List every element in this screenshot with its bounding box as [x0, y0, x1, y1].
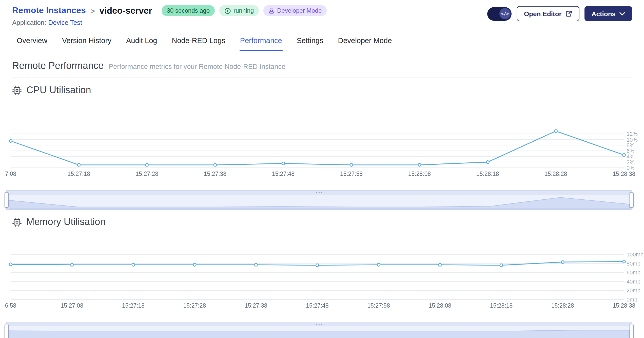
play-circle-icon: [224, 7, 231, 14]
svg-text:12%: 12%: [627, 131, 638, 137]
open-editor-button[interactable]: Open Editor: [517, 6, 579, 21]
svg-text:80mb: 80mb: [627, 260, 640, 267]
svg-text:15:27:38: 15:27:38: [204, 171, 227, 177]
developer-mode-toggle[interactable]: </>: [487, 7, 512, 21]
status-badge-label: running: [233, 7, 254, 14]
svg-text:0%: 0%: [627, 165, 635, 171]
svg-text:0mb: 0mb: [627, 296, 637, 303]
cpu-datazoom-data-shadow: [9, 195, 629, 209]
memory-chip-icon: [12, 217, 22, 227]
svg-text:6%: 6%: [627, 148, 635, 154]
svg-text:15:28:38: 15:28:38: [613, 171, 635, 177]
developer-mode-badge: Developer Mode: [263, 5, 327, 16]
svg-text:15:28:08: 15:28:08: [429, 302, 452, 309]
cpu-datazoom-move-handle[interactable]: [7, 191, 631, 195]
tab-settings[interactable]: Settings: [296, 34, 324, 51]
memory-datazoom-data-shadow: [9, 326, 629, 338]
tab-overview[interactable]: Overview: [16, 34, 48, 51]
actions-button[interactable]: Actions: [584, 6, 632, 21]
flask-icon: [268, 8, 275, 14]
page-title: Remote Performance: [12, 60, 104, 71]
title-divider: [12, 78, 632, 78]
tab-version-history[interactable]: Version History: [62, 34, 112, 51]
memory-datazoom-right-handle[interactable]: [629, 324, 633, 338]
last-updated-badge: 30 seconds ago: [162, 5, 215, 16]
instance-header: Remote Instances > video-server 30 secon…: [0, 0, 644, 26]
header-left: Remote Instances > video-server 30 secon…: [12, 5, 327, 26]
main-content: Remote Performance Performance metrics f…: [0, 51, 644, 338]
svg-text:2%: 2%: [627, 159, 635, 165]
svg-text:6:58: 6:58: [5, 302, 16, 309]
header-actions: </> Open Editor Actions: [487, 5, 632, 21]
svg-text:15:27:38: 15:27:38: [245, 302, 267, 309]
breadcrumb-current-instance: video-server: [100, 5, 152, 16]
svg-text:7:08: 7:08: [5, 171, 16, 177]
code-icon: </>: [499, 8, 511, 19]
svg-text:15:27:58: 15:27:58: [367, 302, 390, 309]
svg-text:15:28:18: 15:28:18: [490, 302, 513, 309]
page-subtitle: Performance metrics for your Remote Node…: [109, 63, 285, 70]
drag-dots-icon: [316, 192, 317, 193]
actions-label: Actions: [592, 10, 616, 17]
svg-text:4%: 4%: [627, 153, 635, 160]
application-link[interactable]: Device Test: [48, 19, 82, 26]
developer-mode-badge-label: Developer Mode: [277, 7, 322, 14]
open-editor-label: Open Editor: [524, 10, 562, 17]
drag-dots-icon: [316, 324, 317, 325]
app-root: Remote Instances > video-server 30 secon…: [0, 0, 644, 338]
tab-developer-mode[interactable]: Developer Mode: [337, 34, 392, 51]
svg-text:15:28:08: 15:28:08: [408, 171, 431, 177]
svg-text:40mb: 40mb: [627, 278, 640, 285]
cpu-datazoom-left-handle[interactable]: [5, 192, 9, 208]
cpu-datazoom-right-handle[interactable]: [629, 192, 633, 208]
application-row: Application:Device Test: [12, 19, 327, 26]
svg-text:15:27:58: 15:27:58: [340, 171, 363, 177]
memory-utilisation-section: Memory Utilisation 0mb20mb40mb60mb80mb10…: [12, 216, 632, 338]
svg-text:15:27:18: 15:27:18: [122, 302, 145, 309]
external-link-icon: [565, 10, 572, 17]
tab-node-red-logs[interactable]: Node-RED Logs: [171, 34, 226, 51]
cpu-chip-icon: [12, 85, 22, 95]
svg-text:8%: 8%: [627, 142, 635, 148]
memory-datazoom-move-handle[interactable]: [7, 322, 631, 326]
breadcrumb: Remote Instances > video-server: [12, 5, 157, 16]
breadcrumb-separator-icon: >: [90, 6, 95, 15]
cpu-section-header: CPU Utilisation: [12, 85, 632, 96]
svg-text:15:28:38: 15:28:38: [613, 302, 635, 309]
svg-text:15:27:28: 15:27:28: [183, 302, 206, 309]
breadcrumb-row: Remote Instances > video-server 30 secon…: [12, 5, 327, 16]
memory-section-title: Memory Utilisation: [26, 216, 106, 228]
memory-datazoom-slider[interactable]: [6, 322, 632, 338]
memory-datazoom-left-handle[interactable]: [5, 324, 9, 338]
svg-text:60mb: 60mb: [627, 269, 640, 276]
tab-audit-log[interactable]: Audit Log: [126, 34, 158, 51]
tab-performance[interactable]: Performance: [240, 34, 283, 51]
memory-section-header: Memory Utilisation: [12, 216, 632, 228]
svg-text:20mb: 20mb: [627, 287, 640, 294]
svg-text:15:28:28: 15:28:28: [551, 302, 574, 309]
svg-text:15:27:48: 15:27:48: [272, 171, 295, 177]
svg-text:15:27:18: 15:27:18: [67, 171, 90, 177]
tab-bar: Overview Version History Audit Log Node-…: [0, 27, 644, 51]
svg-text:15:27:08: 15:27:08: [61, 302, 83, 309]
svg-text:10%: 10%: [627, 137, 638, 143]
cpu-datazoom-slider[interactable]: [6, 190, 632, 210]
cpu-utilisation-section: CPU Utilisation 0%2%4%6%8%10%12%7:0815:2…: [12, 85, 632, 210]
memory-utilisation-chart[interactable]: 0mb20mb40mb60mb80mb100mb6:5815:27:0815:2…: [8, 228, 644, 315]
status-badge: running: [219, 5, 259, 16]
svg-text:15:27:28: 15:27:28: [135, 171, 158, 177]
svg-text:15:27:48: 15:27:48: [306, 302, 329, 309]
cpu-utilisation-chart[interactable]: 0%2%4%6%8%10%12%7:0815:27:1815:27:2815:2…: [8, 96, 644, 183]
svg-text:15:28:18: 15:28:18: [476, 171, 499, 177]
application-label: Application:: [12, 19, 46, 26]
chevron-down-icon: [619, 12, 625, 15]
breadcrumb-remote-instances[interactable]: Remote Instances: [12, 6, 86, 16]
svg-text:15:28:28: 15:28:28: [544, 171, 567, 177]
cpu-section-title: CPU Utilisation: [26, 85, 91, 96]
page-title-row: Remote Performance Performance metrics f…: [12, 60, 632, 71]
svg-text:100mb: 100mb: [627, 251, 643, 258]
